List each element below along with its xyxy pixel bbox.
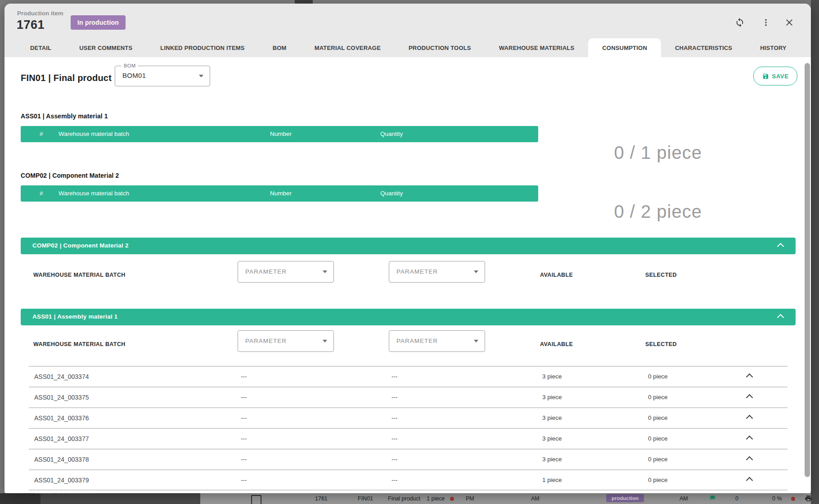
batch-available: 1 piece [542, 477, 562, 483]
parameter-select-value: PARAMETER [245, 338, 287, 344]
printer-icon[interactable] [805, 495, 812, 502]
batch-available: 3 piece [542, 373, 562, 380]
bom-select[interactable]: BOM BOM01 [115, 66, 210, 86]
batch-number: --- [241, 477, 247, 483]
bg-row-quantity: 1 piece [427, 495, 445, 502]
status-dot-red [450, 497, 454, 501]
batch-name: ASS01_24_003378 [34, 456, 89, 463]
tab-linked-production-items[interactable]: LINKED PRODUCTION ITEMS [146, 38, 258, 57]
batch-parameter: --- [392, 456, 398, 463]
status-icon-green [709, 495, 716, 501]
col-hash: # [40, 130, 43, 137]
panel-comp02[interactable]: COMP02 | Component Material 2 [21, 238, 796, 254]
parameter-select-value: PARAMETER [396, 268, 438, 275]
caret-down-icon [474, 270, 478, 273]
parameter-select-value: PARAMETER [245, 268, 287, 275]
tab-history[interactable]: HISTORY [746, 38, 800, 57]
chevron-up-icon[interactable] [746, 415, 753, 422]
save-button[interactable]: SAVE [753, 67, 797, 86]
bg-status-badge: production [606, 494, 644, 502]
batch-row[interactable]: ASS01_24_003375 --- --- 3 piece 0 piece [29, 387, 788, 408]
close-icon[interactable] [783, 16, 796, 29]
consumption-progress: 0 / 2 piece [562, 202, 702, 222]
tab-warehouse-materials[interactable]: WAREHOUSE MATERIALS [485, 38, 589, 57]
batch-number: --- [241, 456, 247, 463]
batch-row[interactable]: ASS01_24_003374 --- --- 3 piece 0 piece [29, 366, 788, 387]
tab-production-tools[interactable]: PRODUCTION TOOLS [395, 38, 485, 57]
material-section-title: COMP02 | Component Material 2 [21, 172, 119, 179]
batch-selected: 0 piece [648, 373, 668, 380]
batch-name: ASS01_24_003380 [34, 492, 89, 494]
bg-row-time3: AM [680, 495, 688, 502]
batch-row[interactable]: ASS01_24_003379 --- --- 1 piece 0 piece [29, 469, 788, 490]
chevron-up-icon[interactable] [777, 243, 784, 250]
background-nav-sidebar [0, 493, 40, 504]
production-item-label: Production item [17, 10, 63, 17]
status-badge: In production [71, 15, 126, 30]
bg-row-material: FIN01 [358, 495, 373, 502]
available-column-label: AVAILABLE [540, 341, 573, 347]
tab-bom[interactable]: BOM [259, 38, 301, 57]
caret-down-icon [323, 340, 327, 342]
background-top-strip [0, 0, 819, 4]
batch-parameter: --- [392, 435, 398, 442]
floppy-disk-icon [762, 73, 769, 80]
col-number: Number [270, 190, 292, 197]
batch-available: 3 piece [542, 414, 562, 421]
tab-consumption[interactable]: CONSUMPTION [588, 38, 661, 57]
tab-user-comments[interactable]: USER COMMENTS [65, 38, 146, 57]
batch-parameter: --- [392, 394, 398, 400]
bg-row-id: 1761 [315, 495, 328, 502]
batch-name: ASS01_24_003377 [34, 435, 89, 442]
parameter-select-1[interactable]: PARAMETER [238, 261, 334, 283]
tab-characteristics[interactable]: CHARACTERISTICS [661, 38, 746, 57]
batch-name: ASS01_24_003375 [34, 394, 89, 401]
tab-detail[interactable]: DETAIL [16, 38, 65, 57]
chevron-up-icon[interactable] [746, 477, 753, 484]
background-top-notch [295, 0, 313, 4]
batch-row[interactable]: ASS01_24_003380 [29, 490, 788, 494]
bg-row-time2: AM [531, 495, 540, 502]
batch-parameter: --- [392, 414, 398, 421]
parameter-select-2[interactable]: PARAMETER [389, 261, 485, 283]
caret-down-icon [323, 270, 327, 273]
batch-column-label: WAREHOUSE MATERIAL BATCH [33, 272, 126, 278]
batch-row[interactable]: ASS01_24_003377 --- --- 3 piece 0 piece [29, 428, 788, 449]
panel-title: COMP02 | Component Material 2 [32, 242, 129, 249]
batch-row[interactable]: ASS01_24_003376 --- --- 3 piece 0 piece [29, 407, 788, 428]
batch-selected: 0 piece [648, 435, 668, 442]
chevron-up-icon[interactable] [746, 456, 753, 464]
status-dot-red [791, 497, 795, 501]
batch-row[interactable]: ASS01_24_003378 --- --- 3 piece 0 piece [29, 449, 788, 470]
bg-row-count: 0 [735, 495, 738, 502]
parameter-select-3[interactable]: PARAMETER [238, 330, 334, 352]
chevron-up-icon[interactable] [746, 374, 753, 381]
row-checkbox[interactable] [251, 495, 261, 504]
col-batch: Warehouse material batch [58, 130, 129, 137]
chevron-up-icon[interactable] [746, 436, 753, 443]
available-column-label: AVAILABLE [540, 272, 573, 278]
refresh-icon[interactable] [734, 16, 746, 29]
batch-available: 3 piece [542, 394, 562, 400]
material-section-title: ASS01 | Assembly material 1 [21, 112, 108, 120]
summary-table-header: # Warehouse material batch Number Quanti… [21, 185, 538, 202]
kebab-menu-icon[interactable] [760, 16, 772, 29]
tab-material-coverage[interactable]: MATERIAL COVERAGE [301, 38, 395, 57]
batch-selected: 0 piece [648, 394, 668, 400]
chevron-up-icon[interactable] [746, 394, 753, 401]
batch-name: ASS01_24_003379 [34, 477, 89, 484]
parameter-select-4[interactable]: PARAMETER [389, 330, 485, 352]
vertical-scrollbar[interactable] [805, 63, 810, 477]
caret-down-icon [199, 75, 203, 77]
batch-parameter: --- [392, 477, 398, 483]
dialog-tab-bar: DETAIL USER COMMENTS LINKED PRODUCTION I… [16, 38, 801, 57]
col-hash: # [40, 190, 43, 197]
parameter-select-value: PARAMETER [396, 338, 438, 344]
bg-row-name: Final product [388, 495, 420, 502]
chevron-up-icon[interactable] [777, 314, 784, 321]
panel-ass01[interactable]: ASS01 | Assembly material 1 [21, 309, 796, 325]
save-button-label: SAVE [772, 73, 789, 80]
col-batch: Warehouse material batch [58, 190, 129, 197]
col-quantity: Quantity [380, 190, 403, 197]
batch-available: 3 piece [542, 456, 562, 463]
